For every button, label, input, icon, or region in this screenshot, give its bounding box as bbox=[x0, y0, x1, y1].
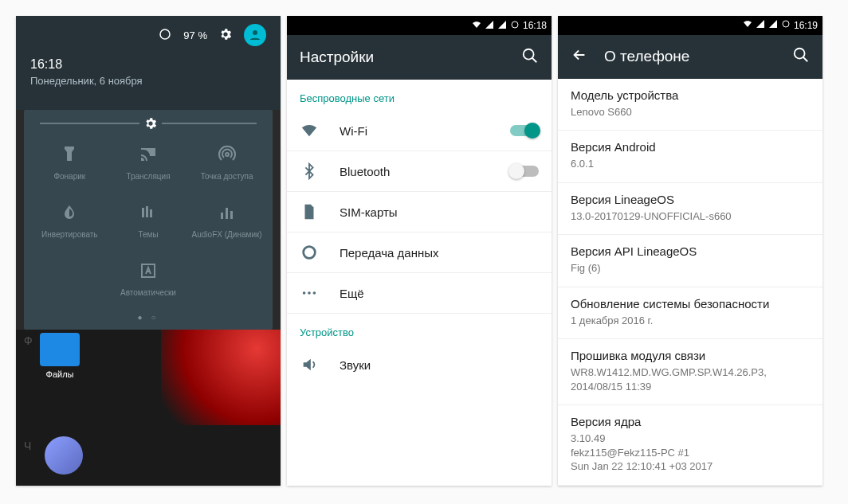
tile-label: Точка доступа bbox=[201, 172, 253, 181]
svg-point-11 bbox=[512, 21, 518, 28]
row-wifi[interactable]: Wi-Fi bbox=[287, 111, 552, 151]
about-title: Версия ядра bbox=[571, 415, 810, 428]
bluetooth-icon bbox=[300, 162, 319, 180]
folder-files[interactable]: Файлы bbox=[40, 333, 80, 379]
brightness-slider[interactable] bbox=[30, 119, 266, 135]
clock-widget-icon[interactable] bbox=[45, 436, 83, 475]
svg-point-19 bbox=[783, 21, 789, 27]
row-label: Ещё bbox=[340, 287, 539, 300]
about-title: Обновление системы безопасности bbox=[571, 297, 810, 311]
settings-gear-icon[interactable] bbox=[218, 27, 233, 44]
battery-icon bbox=[781, 19, 791, 31]
flashlight-icon bbox=[60, 145, 79, 166]
svg-rect-6 bbox=[221, 213, 223, 219]
svg-point-16 bbox=[308, 291, 311, 295]
page-title: Настройки bbox=[300, 49, 505, 66]
wallpaper-fragment bbox=[161, 330, 281, 425]
about-title: Версия LineageOS bbox=[571, 193, 810, 206]
toolbar: О телефоне bbox=[558, 35, 822, 79]
search-icon[interactable] bbox=[792, 46, 810, 67]
svg-point-1 bbox=[253, 30, 257, 35]
status-time: 16:19 bbox=[794, 20, 818, 31]
svg-rect-3 bbox=[142, 208, 144, 217]
wifi-toggle[interactable] bbox=[510, 125, 539, 136]
brightness-thumb-icon[interactable] bbox=[139, 112, 162, 135]
tile-auto[interactable]: Автоматически bbox=[109, 258, 188, 300]
about-list: Модель устройства Lenovo S660 Версия And… bbox=[558, 79, 822, 486]
svg-rect-8 bbox=[230, 211, 233, 219]
tile-label: Темы bbox=[138, 230, 158, 239]
tile-label: Инвертировать bbox=[41, 230, 97, 239]
about-android-version[interactable]: Версия Android 6.0.1 bbox=[558, 131, 822, 183]
svg-point-17 bbox=[313, 291, 316, 295]
about-title: Версия API LineageOS bbox=[571, 244, 810, 258]
svg-line-21 bbox=[803, 57, 808, 62]
section-device: Устройство bbox=[287, 314, 552, 345]
about-sub: Lenovo S660 bbox=[571, 105, 810, 119]
row-label: Wi-Fi bbox=[340, 124, 489, 138]
auto-icon bbox=[139, 261, 158, 282]
qs-status-row: 97 % bbox=[30, 16, 266, 54]
about-security-patch[interactable]: Обновление системы безопасности 1 декабр… bbox=[558, 287, 822, 340]
sim-icon bbox=[300, 203, 319, 221]
page-title: О телефоне bbox=[604, 48, 776, 65]
svg-rect-4 bbox=[146, 206, 148, 217]
phone-about: 16:19 О телефоне Модель устройства Lenov… bbox=[558, 16, 822, 486]
qs-date: Понедельник, 6 ноября bbox=[30, 75, 266, 87]
qs-time: 16:18 bbox=[30, 57, 266, 72]
about-lineage-version[interactable]: Версия LineageOS 13.0-20170129-UNOFFICIA… bbox=[558, 183, 822, 236]
status-time: 16:18 bbox=[523, 20, 547, 31]
sound-icon bbox=[300, 356, 319, 373]
row-sim[interactable]: SIM-карты bbox=[287, 192, 552, 232]
tile-label: Трансляция bbox=[126, 172, 170, 181]
back-arrow-icon[interactable] bbox=[571, 46, 588, 67]
wifi-icon bbox=[743, 19, 752, 31]
user-avatar-icon[interactable] bbox=[244, 24, 266, 46]
svg-point-2 bbox=[226, 153, 229, 156]
folder-icon bbox=[40, 333, 80, 366]
row-label: Bluetooth bbox=[340, 165, 489, 178]
invert-icon bbox=[60, 203, 79, 224]
row-bluetooth[interactable]: Bluetooth bbox=[287, 151, 552, 192]
about-sub: Fig (6) bbox=[571, 261, 810, 275]
about-title: Прошивка модуля связи bbox=[571, 349, 810, 362]
bluetooth-toggle[interactable] bbox=[510, 166, 539, 177]
phone-settings: 16:18 Настройки Беспроводные сети Wi-Fi … bbox=[287, 16, 552, 486]
about-lineage-api[interactable]: Версия API LineageOS Fig (6) bbox=[558, 235, 822, 287]
tile-themes[interactable]: Темы bbox=[109, 200, 188, 242]
row-more[interactable]: Ещё bbox=[287, 273, 552, 314]
about-model[interactable]: Модель устройства Lenovo S660 bbox=[558, 79, 822, 131]
qs-tiles-grid: Фонарик Трансляция Точка доступа Инверти… bbox=[30, 135, 266, 308]
tile-hotspot[interactable]: Точка доступа bbox=[187, 142, 266, 184]
more-icon bbox=[300, 284, 319, 302]
about-baseband[interactable]: Прошивка модуля связи WR8.W1412.MD.WG.GM… bbox=[558, 339, 822, 405]
svg-point-12 bbox=[524, 49, 534, 60]
page-indicator: ● ○ bbox=[30, 308, 266, 322]
row-data-usage[interactable]: Передача данных bbox=[287, 232, 552, 273]
about-sub: 13.0-20170129-UNOFFICIAL-s660 bbox=[571, 209, 810, 224]
wifi-icon bbox=[472, 20, 481, 32]
toolbar: Настройки bbox=[287, 35, 552, 80]
tile-cast[interactable]: Трансляция bbox=[109, 142, 188, 184]
about-sub: 3.10.49 fekz115@Fekz115-PC #1 Sun Jan 22… bbox=[571, 432, 810, 474]
signal-icon bbox=[768, 19, 778, 31]
search-icon[interactable] bbox=[521, 47, 539, 68]
signal-icon bbox=[756, 19, 765, 31]
svg-line-13 bbox=[532, 58, 537, 63]
row-sound[interactable]: Звуки bbox=[287, 345, 552, 385]
svg-point-0 bbox=[160, 29, 170, 39]
svg-point-15 bbox=[303, 291, 306, 295]
data-usage-icon bbox=[300, 244, 319, 261]
battery-icon bbox=[510, 20, 520, 32]
phone-quick-settings: 97 % 16:18 Понедельник, 6 ноября Фонарик bbox=[16, 16, 281, 486]
tile-flashlight[interactable]: Фонарик bbox=[30, 142, 109, 184]
equalizer-icon bbox=[218, 203, 237, 224]
themes-icon bbox=[139, 203, 158, 224]
battery-icon bbox=[158, 27, 172, 44]
about-sub: 1 декабря 2016 г. bbox=[571, 314, 810, 328]
about-title: Версия Android bbox=[571, 140, 810, 154]
tile-audiofx[interactable]: AudioFX (Динамик) bbox=[187, 200, 266, 242]
section-wireless: Беспроводные сети bbox=[287, 80, 552, 111]
about-kernel[interactable]: Версия ядра 3.10.49 fekz115@Fekz115-PC #… bbox=[558, 405, 822, 486]
tile-invert[interactable]: Инвертировать bbox=[30, 200, 109, 242]
